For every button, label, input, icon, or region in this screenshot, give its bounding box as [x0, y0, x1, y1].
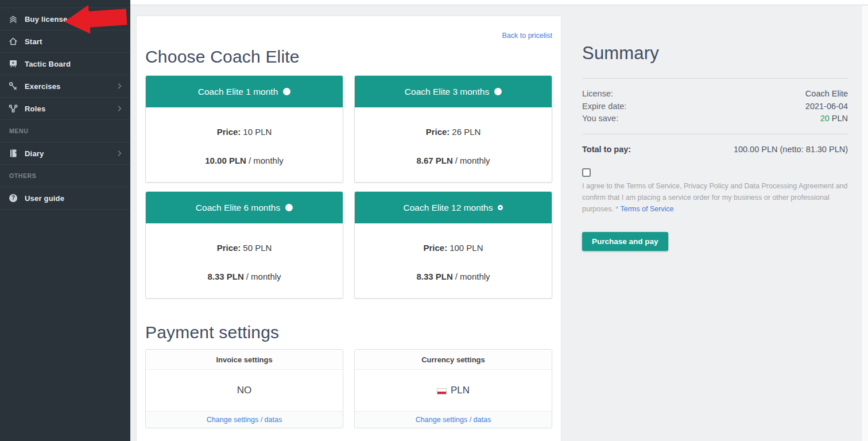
plan-price: Price:50 PLN	[146, 243, 343, 253]
purchase-and-pay-button[interactable]: Purchase and pay	[582, 232, 668, 251]
plan-header[interactable]: Coach Elite 12 months	[355, 192, 552, 223]
currency-settings-header: Currency settings	[355, 350, 552, 370]
sidebar-item-label: Exercises	[25, 82, 61, 91]
plan-monthly-price: 10.00 PLN/ monthly	[146, 156, 343, 165]
summary-row-you-save: You save: 20PLN	[582, 113, 848, 125]
plan-card-1-month: Coach Elite 1 month Price:10 PLN 10.00 P…	[145, 75, 343, 183]
currency-settings-card: Currency settings PLN Change settings / …	[354, 349, 552, 428]
chevron-right-icon	[115, 149, 123, 157]
payment-settings: Invoice settings NO Change settings / da…	[145, 349, 552, 428]
chevrons-up-icon	[8, 14, 18, 24]
plan-header[interactable]: Coach Elite 1 month	[146, 76, 343, 107]
sidebar-item-roles[interactable]: Roles	[0, 98, 130, 120]
plan-card-12-months: Coach Elite 12 months Price:100 PLN 8.33…	[354, 191, 552, 299]
sidebar-item-label: Buy license	[25, 15, 67, 24]
summary-row-expire-date: Expire date: 2021-06-04	[582, 100, 848, 113]
plan-price: Price:100 PLN	[355, 243, 552, 253]
plan-monthly-price: 8.33 PLN/ monthly	[355, 272, 552, 281]
question-circle-icon: ?	[8, 193, 18, 203]
plan-radio[interactable]	[285, 204, 293, 211]
home-icon	[8, 36, 18, 47]
sidebar-item-diary[interactable]: Diary	[0, 142, 130, 165]
plan-radio[interactable]	[283, 88, 290, 95]
plan-header[interactable]: Coach Elite 3 months	[355, 76, 552, 107]
invoice-change-settings-link[interactable]: Change settings / datas	[207, 416, 282, 424]
poland-flag-icon	[437, 388, 447, 394]
chevron-right-icon	[115, 82, 123, 90]
terms-checkbox[interactable]	[582, 168, 591, 177]
currency-settings-value: PLN	[355, 370, 552, 411]
board-icon	[8, 59, 18, 69]
svg-text:?: ?	[11, 195, 15, 201]
plan-title: Coach Elite 1 month	[198, 87, 278, 97]
sidebar-item-start[interactable]: Start	[0, 30, 130, 53]
page-scrollbar[interactable]	[861, 6, 868, 441]
sidebar-item-label: Roles	[25, 105, 45, 113]
terms-text: I agree to the Terms of Service, Privacy…	[582, 180, 848, 215]
invoice-settings-value: NO	[146, 370, 343, 411]
summary-title: Summary	[582, 42, 848, 64]
summary-row-total: Total to pay: 100.00 PLN (netto: 81.30 P…	[582, 144, 848, 154]
strategy-icon	[8, 81, 18, 91]
sidebar-item-exercises[interactable]: Exercises	[0, 75, 130, 98]
invoice-settings-header: Invoice settings	[146, 350, 343, 370]
plan-radio[interactable]	[494, 88, 502, 95]
divider	[582, 134, 848, 134]
page-title: Choose Coach Elite	[145, 46, 552, 68]
license-panel: Back to pricelist Choose Coach Elite Coa…	[136, 16, 561, 441]
payment-settings-title: Payment settings	[145, 322, 552, 343]
back-to-pricelist-link[interactable]: Back to pricelist	[502, 32, 552, 40]
sidebar-item-tactic-board[interactable]: Tactic Board	[0, 53, 130, 75]
roles-icon	[8, 103, 18, 114]
sidebar-item-label: User guide	[25, 194, 64, 203]
sidebar: Buy license Start Tactic Board	[0, 0, 130, 441]
sidebar-item-label: Start	[25, 37, 42, 46]
plan-monthly-price: 8.33 PLN/ monthly	[146, 272, 343, 281]
plan-header[interactable]: Coach Elite 6 months	[146, 192, 343, 223]
plan-title: Coach Elite 3 months	[405, 87, 489, 97]
sidebar-section-others: OTHERS	[0, 165, 130, 187]
plan-price: Price:10 PLN	[146, 127, 343, 137]
plan-list: Coach Elite 1 month Price:10 PLN 10.00 P…	[145, 75, 552, 299]
sidebar-item-user-guide[interactable]: ? User guide	[0, 187, 130, 210]
plan-title: Coach Elite 6 months	[196, 203, 280, 213]
summary-row-license: License: Coach Elite	[582, 88, 848, 100]
plan-radio[interactable]	[498, 205, 503, 210]
summary-panel: Summary License: Coach Elite Expire date…	[582, 16, 848, 251]
divider	[582, 78, 848, 79]
currency-change-settings-link[interactable]: Change settings / datas	[416, 416, 491, 424]
plan-title: Coach Elite 12 months	[404, 203, 493, 213]
plan-card-6-months: Coach Elite 6 months Price:50 PLN 8.33 P…	[145, 191, 343, 299]
top-navbar	[130, 0, 868, 5]
invoice-settings-card: Invoice settings NO Change settings / da…	[145, 349, 343, 428]
sidebar-item-label: Tactic Board	[25, 60, 71, 68]
plan-card-3-months: Coach Elite 3 months Price:26 PLN 8.67 P…	[354, 75, 552, 183]
terms-of-service-link[interactable]: Terms of Service	[620, 205, 673, 213]
chevron-right-icon	[115, 105, 123, 113]
sidebar-item-label: Diary	[25, 149, 44, 158]
plan-monthly-price: 8.67 PLN/ monthly	[355, 156, 552, 165]
sidebar-section-menu: MENU	[0, 120, 130, 142]
book-icon	[8, 148, 18, 158]
plan-price: Price:26 PLN	[355, 127, 552, 137]
